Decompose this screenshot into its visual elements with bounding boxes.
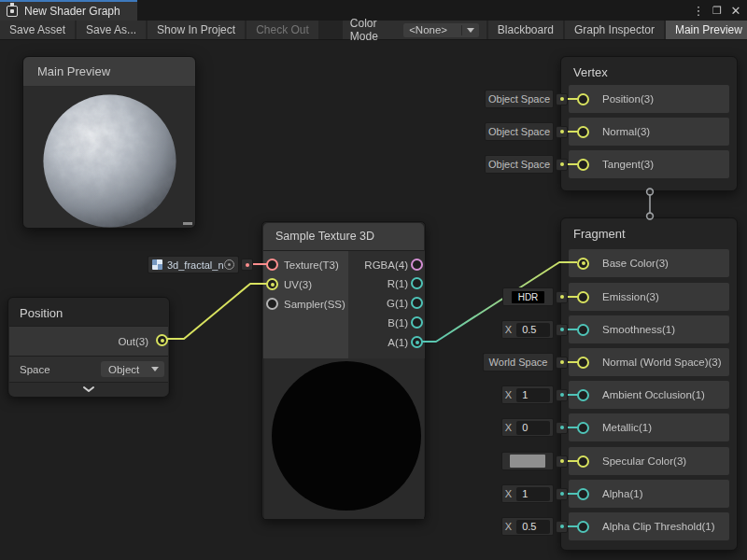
node-title: Sample Texture 3D	[275, 230, 374, 243]
hdr-badge: HDR	[512, 291, 545, 303]
port-rgba-out[interactable]	[411, 259, 423, 271]
row-label: Tangent(3)	[602, 159, 654, 170]
normal-space-chip[interactable]: Object Space	[485, 122, 554, 141]
resize-handle[interactable]	[183, 222, 192, 225]
output-label: R(1)	[388, 278, 408, 289]
position-out-row: Out(3)	[9, 326, 168, 356]
normal-space-chip[interactable]: World Space	[483, 353, 554, 371]
tab-new-shader-graph[interactable]: New Shader Graph	[0, 0, 137, 21]
fragment-row-alpha-clip[interactable]: X 0.5 Alpha Clip Threshold(1)	[569, 512, 729, 540]
position-space-row: Space Object	[9, 356, 168, 382]
x-label: X	[505, 389, 512, 400]
fragment-row-emission[interactable]: HDR Emission(3)	[569, 283, 729, 311]
value-input[interactable]: 0.5	[516, 323, 550, 337]
port-metallic[interactable]	[577, 422, 589, 434]
port-smoothness[interactable]	[577, 324, 589, 336]
port-base-color[interactable]	[577, 258, 589, 270]
color-mode-value: <None>	[409, 24, 447, 35]
port-vertex-position[interactable]	[577, 93, 589, 105]
value-input[interactable]: 0	[516, 421, 550, 435]
maximize-icon[interactable]: ❐	[710, 5, 725, 17]
vertex-row-normal[interactable]: Object Space Normal(3)	[569, 118, 729, 146]
main-preview-window[interactable]: Main Preview	[22, 56, 196, 229]
vertex-row-position[interactable]: Object Space Position(3)	[569, 85, 729, 113]
space-dropdown[interactable]: Object	[101, 361, 164, 377]
main-preview-header[interactable]: Main Preview	[23, 57, 195, 87]
color-mode-label: Color Mode	[350, 17, 396, 43]
default-dot	[241, 259, 253, 271]
row-label: Base Color(3)	[602, 258, 669, 269]
fragment-row-specular-color[interactable]: Specular Color(3)	[569, 447, 729, 475]
position-space-chip[interactable]: Object Space	[485, 90, 554, 108]
port-b-out[interactable]	[411, 316, 423, 329]
port-normal-world-space[interactable]	[577, 357, 589, 369]
texture3d-asset-icon	[152, 259, 162, 270]
main-preview-button[interactable]: Main Preview	[666, 21, 747, 39]
fragment-row-base-color[interactable]: Base Color(3)	[569, 249, 729, 277]
value-input[interactable]: 0.5	[516, 520, 550, 534]
save-asset-button[interactable]: Save Asset	[0, 21, 75, 39]
object-picker-icon[interactable]	[224, 259, 234, 270]
save-as-button[interactable]: Save As...	[77, 21, 146, 39]
tangent-space-chip[interactable]: Object Space	[485, 155, 554, 174]
default-dot	[556, 93, 568, 105]
menu-icon[interactable]: ⋮	[691, 4, 706, 18]
port-specular-color[interactable]	[577, 455, 589, 468]
port-position-out[interactable]	[156, 334, 168, 346]
node-title: Fragment	[573, 227, 626, 241]
color-mode-dropdown[interactable]: <None>	[403, 23, 479, 37]
port-g-out[interactable]	[411, 297, 423, 309]
node-title: Vertex	[573, 65, 608, 79]
port-ambient-occlusion[interactable]	[577, 389, 589, 401]
node-sample-texture-3d[interactable]: Sample Texture 3D Texture(T3) UV(3) Samp…	[261, 221, 426, 520]
show-in-project-button[interactable]: Show In Project	[148, 21, 245, 39]
fragment-row-alpha[interactable]: X 1 Alpha(1)	[569, 480, 729, 508]
toolbar: Save Asset Save As... Show In Project Ch…	[0, 21, 747, 40]
graph-inspector-button[interactable]: Graph Inspector	[565, 21, 664, 39]
port-uv-in[interactable]	[266, 278, 278, 290]
vertex-row-tangent[interactable]: Object Space Tangent(3)	[569, 150, 729, 178]
port-a-out[interactable]	[411, 336, 423, 348]
fragment-row-ambient-occlusion[interactable]: X 1 Ambient Occlusion(1)	[569, 381, 729, 409]
chevron-down-icon	[467, 28, 474, 33]
color-swatch[interactable]	[510, 455, 545, 468]
port-vertex-tangent[interactable]	[577, 159, 589, 171]
node-vertex[interactable]: Vertex Object Space Position(3) Object S…	[560, 56, 738, 191]
node-fragment[interactable]: Fragment Base Color(3) HDR Emission(3) X…	[560, 217, 738, 551]
port-texture-in[interactable]	[266, 259, 278, 271]
alpha-value-field[interactable]: X 1	[501, 484, 554, 503]
close-icon[interactable]: ✕	[728, 4, 743, 18]
port-vertex-normal[interactable]	[577, 126, 589, 138]
ao-value-field[interactable]: X 1	[501, 385, 554, 404]
x-label: X	[505, 422, 512, 433]
port-emission[interactable]	[577, 291, 589, 303]
specular-color-field[interactable]	[501, 452, 554, 470]
port-alpha[interactable]	[577, 488, 589, 500]
texture-asset-name: 3d_fractal_n	[167, 259, 224, 271]
metallic-value-field[interactable]: X 0	[501, 418, 554, 437]
input-label: Texture(T3)	[284, 259, 339, 271]
port-r-out[interactable]	[411, 277, 423, 289]
fragment-row-metallic[interactable]: X 0 Metallic(1)	[569, 413, 729, 441]
row-label: Specular Color(3)	[602, 455, 686, 467]
fragment-row-smoothness[interactable]: X 0.5 Smoothness(1)	[569, 315, 729, 343]
default-dot	[556, 488, 568, 500]
row-label: Alpha Clip Threshold(1)	[602, 521, 715, 532]
default-dot	[556, 455, 568, 468]
port-alpha-clip-threshold[interactable]	[577, 521, 589, 533]
window-controls: ⋮ ❐ ✕	[691, 0, 743, 21]
default-dot	[556, 357, 568, 369]
value-input[interactable]: 1	[516, 487, 550, 501]
alpha-clip-value-field[interactable]: X 0.5	[501, 517, 554, 536]
row-label: Alpha(1)	[602, 488, 642, 499]
value-input[interactable]: 1	[516, 388, 550, 402]
port-sampler-in[interactable]	[266, 298, 278, 310]
x-label: X	[505, 521, 512, 532]
node-position[interactable]: Position Out(3) Space Object	[7, 297, 170, 397]
blackboard-button[interactable]: Blackboard	[488, 21, 563, 39]
position-collapse-row[interactable]	[9, 382, 168, 397]
fragment-row-normal-ws[interactable]: World Space Normal (World Space)(3)	[569, 348, 729, 376]
smoothness-value-field[interactable]: X 0.5	[501, 320, 554, 339]
emission-color-field[interactable]: HDR	[502, 287, 554, 306]
texture-object-field[interactable]: 3d_fractal_n	[148, 256, 239, 273]
